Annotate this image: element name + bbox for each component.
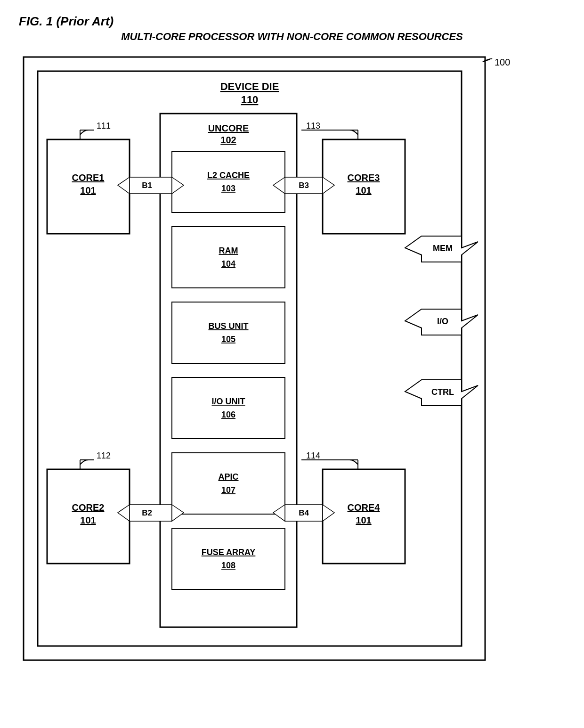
ram-label2: 104 [221,259,235,269]
ref-113: 113 [306,121,320,131]
page-container: FIG. 1 (Prior Art) MULTI-CORE PROCESSOR … [0,0,584,728]
main-diagram: 100 DEVICE DIE 110 UNCORE 102 L2 CACHE 1… [19,52,565,693]
l2-cache-label2: 103 [221,184,235,193]
ref-100: 100 [495,57,510,67]
b3-label: B3 [299,181,309,190]
fuse-array-label2: 108 [221,561,235,570]
io-label: I/O [437,317,448,326]
bus-unit-box [172,302,285,363]
core4-label2: 101 [356,515,371,525]
apic-label1: APIC [218,472,238,482]
io-unit-label2: 106 [221,410,235,419]
ref-114: 114 [306,451,320,460]
fig-title: FIG. 1 (Prior Art) [19,14,565,29]
apic-label2: 107 [221,485,235,495]
bus-unit-label1: BUS UNIT [209,321,249,331]
uncore-label-line1: UNCORE [208,123,249,133]
mem-label: MEM [433,244,453,253]
core1-label2: 101 [80,185,96,196]
device-die-label-line2: 110 [241,94,259,106]
core1-label1: CORE1 [72,172,105,183]
ref-112: 112 [97,451,111,460]
ctrl-label: CTRL [431,387,454,397]
core3-label1: CORE3 [348,172,380,183]
uncore-label-line2: 102 [220,135,236,145]
b2-label: B2 [142,508,152,517]
io-unit-box [172,377,285,439]
ref-111: 111 [97,121,111,131]
ram-label1: RAM [219,246,238,255]
ram-box [172,227,285,288]
apic-box [172,453,285,514]
bus-unit-label2: 105 [221,335,235,344]
fig-subtitle: MULTI-CORE PROCESSOR WITH NON-CORE COMMO… [19,31,565,43]
core3-label2: 101 [356,185,371,196]
l2-cache-box [172,151,285,213]
fuse-array-box [172,528,285,589]
device-die-label-line1: DEVICE DIE [220,81,279,92]
core2-label2: 101 [80,515,96,525]
fuse-array-label1: FUSE ARRAY [202,548,256,557]
b1-label: B1 [142,181,152,190]
b4-label: B4 [299,508,309,517]
core4-label1: CORE4 [348,502,381,513]
l2-cache-label1: L2 CACHE [207,171,250,180]
io-unit-label1: I/O UNIT [212,397,245,406]
core2-label1: CORE2 [72,502,105,513]
